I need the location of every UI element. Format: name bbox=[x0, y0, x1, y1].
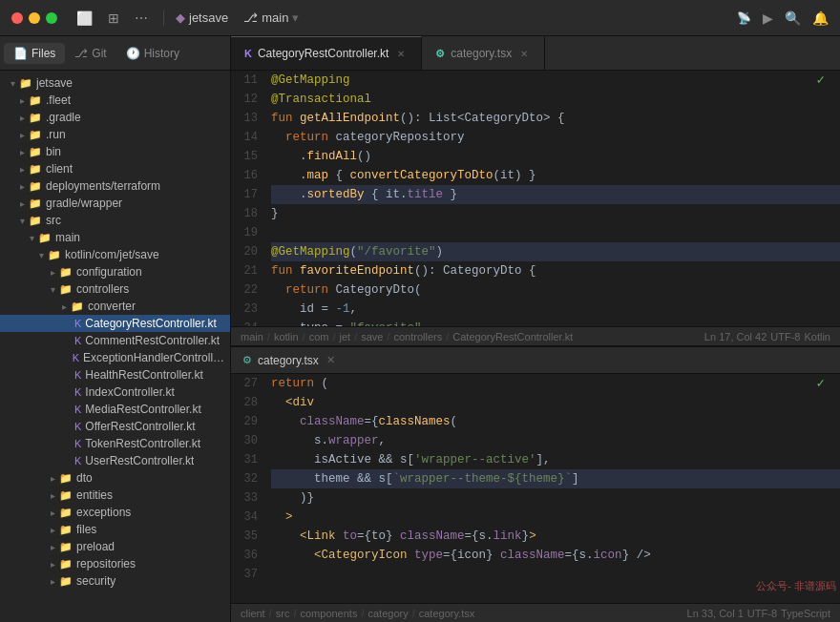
tab-category-tsx-label: category.tsx bbox=[451, 47, 512, 60]
tree-item-fleet[interactable]: ▸ 📁 .fleet bbox=[0, 92, 230, 109]
tree-item-client[interactable]: ▸ 📁 client bbox=[0, 160, 230, 177]
bell-icon[interactable]: 🔔 bbox=[812, 10, 829, 26]
line-numbers-tsx: 27 28 29 30 31 32 33 34 35 36 37 bbox=[231, 374, 267, 603]
tree-item-health-rest[interactable]: ▸ K HealthRestController.kt bbox=[0, 366, 230, 384]
repositories-label: repositories bbox=[76, 557, 136, 570]
wifi-icon[interactable]: 📡 bbox=[737, 11, 751, 25]
bin-label: bin bbox=[46, 145, 61, 158]
tree-item-bin[interactable]: ▸ 📁 bin bbox=[0, 143, 230, 160]
code-line-12: @Transactional bbox=[271, 90, 840, 109]
editor-tabs: K CategoryRestController.kt ✕ ⚙ category… bbox=[231, 36, 840, 71]
tree-item-controllers[interactable]: ▾ 📁 controllers bbox=[0, 280, 230, 298]
client-label: client bbox=[46, 162, 73, 176]
tsx-pane-close[interactable]: ✕ bbox=[326, 354, 335, 366]
project-icon: ◆ bbox=[176, 10, 185, 25]
minimize-button[interactable] bbox=[29, 12, 40, 24]
tree-item-preload[interactable]: ▸ 📁 preload bbox=[0, 538, 230, 555]
category-rest-label: CategoryRestController.kt bbox=[85, 317, 216, 330]
tree-item-comment-rest[interactable]: ▸ K CommentRestController.kt bbox=[0, 332, 230, 349]
code-line-11: @GetMapping bbox=[271, 71, 840, 90]
tree-item-dto[interactable]: ▸ 📁 dto bbox=[0, 469, 230, 487]
kt-icon: K bbox=[74, 369, 81, 381]
sep: / bbox=[446, 331, 449, 342]
tree-item-token-rest[interactable]: ▸ K TokenRestController.kt bbox=[0, 435, 230, 452]
tree-item-user-rest[interactable]: ▸ K UserRestController.kt bbox=[0, 452, 230, 469]
tree-item-security[interactable]: ▸ 📁 security bbox=[0, 572, 230, 590]
breadcrumb-components: components bbox=[300, 608, 357, 619]
tab-files[interactable]: 📄 Files bbox=[4, 43, 65, 64]
tree-item-category-rest[interactable]: ▸ K CategoryRestController.kt bbox=[0, 315, 230, 332]
tree-item-exceptions[interactable]: ▸ 📁 exceptions bbox=[0, 504, 230, 521]
statusbar-tsx: client / src / components / category / c… bbox=[231, 603, 840, 622]
gradle-label: .gradle bbox=[46, 111, 81, 124]
tree-item-entities[interactable]: ▸ 📁 entities bbox=[0, 487, 230, 504]
code-area-kotlin[interactable]: 11 12 13 14 15 16 17 18 19 20 21 22 23 2… bbox=[231, 71, 840, 326]
lang-kt: Kotlin bbox=[804, 331, 830, 342]
tree-item-files[interactable]: ▸ 📁 files bbox=[0, 521, 230, 538]
expand-arrow: ▸ bbox=[15, 198, 29, 209]
tree-project-root[interactable]: ▾ 📁 jetsave bbox=[0, 74, 230, 92]
tree-item-index-controller[interactable]: ▸ K IndexController.kt bbox=[0, 384, 230, 401]
tree-item-main[interactable]: ▾ 📁 main bbox=[0, 229, 230, 246]
line-num: 31 bbox=[231, 450, 258, 469]
line-num: 33 bbox=[231, 488, 258, 508]
tab-git[interactable]: ⎇ Git bbox=[65, 43, 116, 64]
line-num: 18 bbox=[231, 204, 258, 223]
tree-item-gradle-wrapper[interactable]: ▸ 📁 gradle/wrapper bbox=[0, 195, 230, 212]
maximize-button[interactable] bbox=[46, 12, 57, 24]
branch-selector[interactable]: ⎇ main ▾ bbox=[243, 10, 299, 25]
code-line-21: fun favoriteEndpoint(): CategoryDto { bbox=[271, 261, 840, 280]
code-line-16: .map { convertCategoryToDto(it) } bbox=[271, 166, 840, 185]
tree-item-kotlin[interactable]: ▾ 📁 kotlin/com/jet/save bbox=[0, 246, 230, 263]
deployments-label: deployments/terraform bbox=[46, 179, 160, 193]
tree-item-run[interactable]: ▸ 📁 .run bbox=[0, 126, 230, 143]
code-area-tsx[interactable]: 27 28 29 30 31 32 33 34 35 36 37 ✓ bbox=[231, 374, 840, 603]
search-icon[interactable]: 🔍 bbox=[785, 10, 801, 26]
controllers-label: controllers bbox=[76, 282, 129, 296]
expand-arrow: ▸ bbox=[15, 113, 29, 123]
code-line-13: fun getAllEndpoint(): List<CategoryDto> … bbox=[271, 109, 840, 128]
expand-arrow: ▾ bbox=[6, 78, 19, 89]
tree-item-converter[interactable]: ▸ 📁 converter bbox=[0, 298, 230, 315]
folder-icon: 📁 bbox=[59, 575, 73, 588]
tab-category-kt[interactable]: K CategoryRestController.kt ✕ bbox=[231, 36, 422, 70]
line-num: 15 bbox=[231, 147, 258, 166]
close-button[interactable] bbox=[11, 12, 23, 24]
sidebar-toggle-icon[interactable]: ⬜ bbox=[73, 9, 96, 28]
titlebar: ⬜ ⊞ ⋯ ◆ jetsave ⎇ main ▾ 📡 ▶ 🔍 🔔 bbox=[0, 0, 840, 36]
line-num: 19 bbox=[231, 223, 258, 242]
line-num: 20 bbox=[231, 242, 258, 261]
kt-file-icon: K bbox=[244, 48, 252, 59]
exceptions-label: exceptions bbox=[76, 506, 131, 519]
grid-icon[interactable]: ⊞ bbox=[104, 9, 123, 28]
expand-arrow: ▸ bbox=[46, 267, 59, 278]
tab-close-category-kt[interactable]: ✕ bbox=[394, 47, 408, 60]
tree-item-configuration[interactable]: ▸ 📁 configuration bbox=[0, 263, 230, 280]
tree-item-offer-rest[interactable]: ▸ K OfferRestController.kt bbox=[0, 418, 230, 435]
sep: / bbox=[269, 608, 272, 619]
tree-item-gradle[interactable]: ▸ 📁 .gradle bbox=[0, 109, 230, 126]
line-num: 36 bbox=[231, 546, 258, 565]
line-num: 30 bbox=[231, 431, 258, 450]
dots-icon[interactable]: ⋯ bbox=[131, 9, 152, 28]
line-numbers-kotlin: 11 12 13 14 15 16 17 18 19 20 21 22 23 2… bbox=[231, 71, 267, 326]
tab-history[interactable]: 🕐 History bbox=[116, 43, 189, 64]
git-icon: ⎇ bbox=[74, 47, 88, 60]
breadcrumb-com: com bbox=[309, 331, 329, 342]
project-name[interactable]: ◆ jetsave bbox=[176, 10, 228, 25]
tree-item-deployments[interactable]: ▸ 📁 deployments/terraform bbox=[0, 177, 230, 195]
tree-item-exception-handler[interactable]: ▸ K ExceptionHandlerController.kt bbox=[0, 349, 230, 366]
tab-close-category-tsx[interactable]: ✕ bbox=[517, 47, 531, 60]
tree-item-src[interactable]: ▾ 📁 src bbox=[0, 212, 230, 229]
run-icon[interactable]: ▶ bbox=[763, 10, 773, 26]
tree-item-repositories[interactable]: ▸ 📁 repositories bbox=[0, 555, 230, 572]
tab-category-tsx[interactable]: ⚙ category.tsx ✕ bbox=[422, 36, 545, 70]
tree-item-media-rest[interactable]: ▸ K MediaRestController.kt bbox=[0, 401, 230, 418]
folder-icon: 📁 bbox=[59, 524, 73, 536]
branch-icon: ⎇ bbox=[243, 10, 258, 25]
tsx-line-36: <CategoryIcon type={icon} className={s.i… bbox=[271, 546, 840, 565]
editor-area: K CategoryRestController.kt ✕ ⚙ category… bbox=[231, 36, 840, 622]
code-line-19 bbox=[271, 223, 840, 242]
configuration-label: configuration bbox=[76, 265, 142, 279]
expand-arrow: ▸ bbox=[15, 130, 29, 140]
